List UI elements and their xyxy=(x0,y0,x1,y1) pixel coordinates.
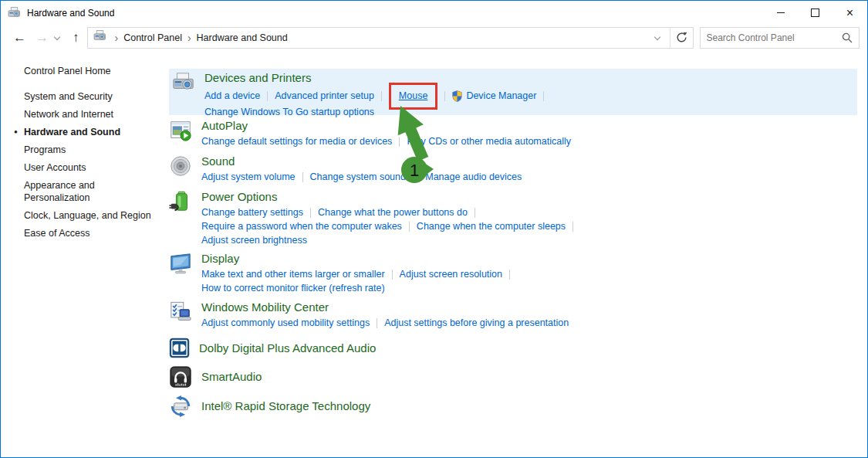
sidebar-item-control-panel-home[interactable]: Control Panel Home xyxy=(24,65,163,77)
task-link-label: Play CDs or other media automatically xyxy=(407,134,571,148)
maximize-button[interactable] xyxy=(798,1,833,25)
task-link-line: How to correct monitor flicker (refresh … xyxy=(201,281,517,295)
search-input[interactable] xyxy=(707,32,843,43)
section-title-display[interactable]: Display xyxy=(201,252,239,266)
back-button[interactable]: ← xyxy=(8,31,31,44)
autoplay-icon xyxy=(169,119,192,142)
up-button[interactable]: ↑ xyxy=(68,31,84,44)
address-bar[interactable]: › Control Panel › Hardware and Sound xyxy=(87,27,694,49)
sidebar: Control Panel HomeSystem and SecurityNet… xyxy=(24,65,163,245)
close-button[interactable]: × xyxy=(833,1,867,25)
task-link-change-default-settings-for-media-or-devices[interactable]: Change default settings for media or dev… xyxy=(201,134,392,148)
task-link-add-a-device[interactable]: Add a device xyxy=(204,89,260,103)
section-title-dolby-digital-plus-advanced-audio[interactable]: Dolby Digital Plus Advanced Audio xyxy=(199,341,376,355)
section-title-smartaudio[interactable]: SmartAudio xyxy=(201,370,262,384)
sidebar-item-ease-of-access[interactable]: Ease of Access xyxy=(24,227,163,239)
section-title-windows-mobility-center[interactable]: Windows Mobility Center xyxy=(201,300,329,314)
active-bullet-icon: ● xyxy=(14,126,18,138)
sidebar-item-hardware-and-sound[interactable]: ●Hardware and Sound xyxy=(24,126,163,138)
window-icon xyxy=(8,6,22,20)
link-separator xyxy=(381,91,382,101)
smartaudio-icon xyxy=(169,365,192,388)
task-link-manage-audio-devices[interactable]: Manage audio devices xyxy=(425,170,522,184)
task-link-label: Change when the computer sleeps xyxy=(417,219,566,233)
chevron-down-icon xyxy=(654,33,660,39)
task-link-require-a-password-when-the-computer-wakes[interactable]: Require a password when the computer wak… xyxy=(201,219,402,233)
task-link-line: Adjust commonly used mobility settingsAd… xyxy=(201,316,569,330)
link-separator xyxy=(302,172,303,182)
section-title-intel-rapid-storage-technology[interactable]: Intel® Rapid Storage Technology xyxy=(201,399,370,413)
task-link-label: Manage audio devices xyxy=(425,170,522,184)
task-link-mouse[interactable]: Mouse xyxy=(399,89,428,103)
task-link-change-system-sounds[interactable]: Change system sounds xyxy=(310,170,411,184)
link-separator xyxy=(310,208,311,218)
dolby-icon xyxy=(169,338,190,358)
task-link-adjust-commonly-used-mobility-settings[interactable]: Adjust commonly used mobility settings xyxy=(201,316,370,330)
sidebar-item-label: Clock, Language, and Region xyxy=(24,210,151,221)
task-link-adjust-system-volume[interactable]: Adjust system volume xyxy=(201,170,296,184)
task-link-make-text-and-other-items-larger-or-smaller[interactable]: Make text and other items larger or smal… xyxy=(201,267,385,281)
sidebar-item-appearance-and-personalization[interactable]: Appearance and Personalization xyxy=(24,179,163,204)
task-link-line: Add a deviceAdvanced printer setupMouse … xyxy=(204,87,551,105)
task-link-adjust-settings-before-giving-a-presentation[interactable]: Adjust settings before giving a presenta… xyxy=(384,316,569,330)
breadcrumb-hardware-and-sound[interactable]: Hardware and Sound xyxy=(197,32,288,43)
battery-plug-icon xyxy=(169,190,192,213)
section-devices-and-printers: Devices and PrintersAdd a deviceAdvanced… xyxy=(169,69,857,115)
section-title-devices-and-printers[interactable]: Devices and Printers xyxy=(204,71,311,85)
search-box[interactable] xyxy=(700,27,860,49)
task-link-label: Mouse xyxy=(399,89,428,103)
sidebar-item-user-accounts[interactable]: User Accounts xyxy=(24,161,163,174)
task-link-play-cds-or-other-media-automatically[interactable]: Play CDs or other media automatically xyxy=(407,134,571,148)
task-link-device-manager[interactable]: Device Manager xyxy=(452,89,536,103)
task-link-label: Advanced printer setup xyxy=(275,89,374,103)
minimize-button[interactable] xyxy=(763,1,798,25)
mobility-icon xyxy=(169,300,192,324)
task-link-adjust-screen-brightness[interactable]: Adjust screen brightness xyxy=(201,233,307,247)
section-title-autoplay[interactable]: AutoPlay xyxy=(201,119,248,133)
sidebar-item-label: Appearance and Personalization xyxy=(24,180,95,203)
history-dropdown-icon[interactable] xyxy=(54,33,60,39)
link-separator xyxy=(409,222,410,232)
navigation-bar: ← → ↑ › Control Panel › Hardware and Sou… xyxy=(1,25,867,50)
sidebar-item-programs[interactable]: Programs xyxy=(24,144,163,156)
task-link-change-windows-to-go-startup-options[interactable]: Change Windows To Go startup options xyxy=(204,105,374,119)
section-title-sound[interactable]: Sound xyxy=(201,154,235,168)
sidebar-item-clock-language-and-region[interactable]: Clock, Language, and Region xyxy=(24,209,163,222)
task-link-label: Change Windows To Go startup options xyxy=(204,105,374,119)
task-link-change-battery-settings[interactable]: Change battery settings xyxy=(201,205,303,219)
breadcrumb-chevron-icon[interactable]: › xyxy=(115,32,119,44)
task-link-advanced-printer-setup[interactable]: Advanced printer setup xyxy=(275,89,374,103)
forward-button[interactable]: → xyxy=(31,31,53,44)
sidebar-item-label: User Accounts xyxy=(24,162,86,173)
section-intel-rapid-storage-technology: Intel® Rapid Storage Technology xyxy=(169,395,370,418)
task-link-adjust-screen-resolution[interactable]: Adjust screen resolution xyxy=(400,267,502,281)
task-link-how-to-correct-monitor-flicker-refresh-rate[interactable]: How to correct monitor flicker (refresh … xyxy=(201,281,385,295)
section-title-power-options[interactable]: Power Options xyxy=(201,190,277,204)
task-link-line: Adjust system volumeChange system sounds… xyxy=(201,170,522,184)
link-separator xyxy=(417,172,418,182)
search-icon[interactable] xyxy=(842,32,853,43)
sidebar-item-system-and-security[interactable]: System and Security xyxy=(24,90,163,103)
link-separator xyxy=(399,137,400,147)
title-bar: Hardware and Sound × xyxy=(1,1,867,25)
refresh-button[interactable] xyxy=(670,28,693,48)
task-link-change-when-the-computer-sleeps[interactable]: Change when the computer sleeps xyxy=(417,219,566,233)
task-link-label: Adjust commonly used mobility settings xyxy=(201,316,370,330)
sidebar-item-label: Hardware and Sound xyxy=(24,127,120,137)
section-display: DisplayMake text and other items larger … xyxy=(169,252,517,295)
task-link-line: Require a password when the computer wak… xyxy=(201,219,580,233)
mini-printer-icon xyxy=(93,29,106,42)
link-separator xyxy=(267,91,268,101)
sidebar-item-label: Control Panel Home xyxy=(24,66,111,76)
breadcrumb-control-panel[interactable]: Control Panel xyxy=(123,32,182,43)
task-link-label: Adjust screen brightness xyxy=(201,233,307,247)
task-link-label: Make text and other items larger or smal… xyxy=(201,267,385,281)
task-link-label: Adjust settings before giving a presenta… xyxy=(384,316,569,330)
breadcrumb-icon[interactable] xyxy=(93,29,106,46)
sidebar-item-network-and-internet[interactable]: Network and Internet xyxy=(24,108,163,120)
address-dropdown-button[interactable] xyxy=(647,28,670,48)
task-link-label: Change default settings for media or dev… xyxy=(201,134,392,148)
breadcrumb-chevron-icon[interactable]: › xyxy=(187,32,191,44)
task-link-change-what-the-power-buttons-do[interactable]: Change what the power buttons do xyxy=(318,205,468,219)
link-separator xyxy=(444,91,445,101)
